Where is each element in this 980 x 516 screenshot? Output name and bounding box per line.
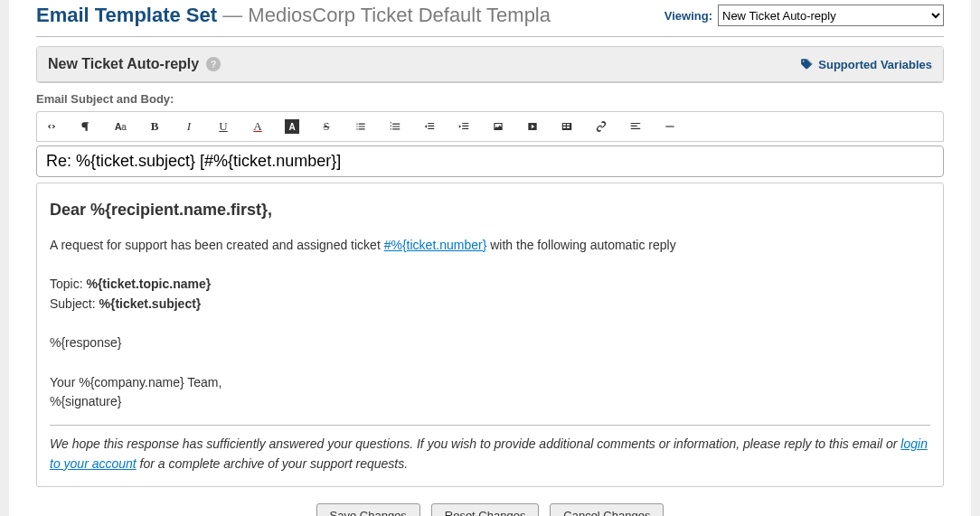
image-icon[interactable] [491, 119, 505, 134]
page-header: Email Template Set — MediosCorp Ticket D… [36, 0, 944, 27]
outdent-icon[interactable] [422, 119, 437, 134]
code-view-icon[interactable] [44, 119, 59, 134]
panel-header: New Ticket Auto-reply ? Supported Variab… [37, 47, 943, 82]
divider [36, 36, 944, 37]
fontsize-icon[interactable]: Aa [113, 119, 127, 134]
paragraph-icon[interactable] [79, 119, 93, 134]
signoff-2: %{signature} [50, 392, 930, 412]
align-icon[interactable] [628, 119, 643, 134]
editor-toolbar: Aa B I U A A S [36, 111, 944, 142]
supported-variables-link[interactable]: Supported Variables [800, 58, 932, 71]
button-row: Save Changes Reset Changes Cancel Change… [36, 503, 944, 516]
underline-icon[interactable]: U [216, 119, 231, 134]
subject-input[interactable] [36, 145, 944, 177]
title-dash: — [222, 4, 242, 26]
response-placeholder: %{response} [50, 333, 930, 353]
panel-title-wrap: New Ticket Auto-reply ? [48, 56, 221, 72]
subject-line: Subject: %{ticket.subject} [50, 295, 930, 314]
textcolor-icon[interactable]: A [250, 119, 265, 134]
topic-line: Topic: %{ticket.topic.name} [50, 275, 930, 295]
tags-icon [800, 58, 813, 70]
title-subtitle: MediosCorp Ticket Default Templa [248, 4, 551, 26]
supported-variables-label: Supported Variables [818, 58, 932, 71]
bold-icon[interactable]: B [147, 119, 162, 134]
viewing-select[interactable]: New Ticket Auto-reply [718, 5, 944, 26]
template-panel: New Ticket Auto-reply ? Supported Variab… [36, 46, 944, 83]
page-title: Email Template Set — MediosCorp Ticket D… [36, 4, 551, 27]
italic-icon[interactable]: I [182, 119, 196, 134]
section-label: Email Subject and Body: [36, 92, 944, 106]
body-editor[interactable]: Dear %{recipient.name.first}, A request … [36, 183, 944, 487]
help-icon[interactable]: ? [206, 57, 221, 71]
panel-title: New Ticket Auto-reply [48, 56, 199, 72]
viewing-selector: Viewing: New Ticket Auto-reply [664, 5, 944, 26]
hr-icon[interactable] [663, 119, 677, 134]
footer-note: We hope this response has sufficiently a… [50, 435, 930, 474]
greeting: Dear %{recipient.name.first}, [50, 198, 930, 223]
viewing-label: Viewing: [664, 9, 712, 23]
strike-icon[interactable]: S [319, 119, 334, 134]
cancel-button[interactable]: Cancel Changes [550, 503, 664, 516]
ol-icon[interactable] [388, 119, 402, 134]
ul-icon[interactable] [353, 119, 368, 134]
save-button[interactable]: Save Changes [316, 503, 420, 516]
signoff-1: Your %{company.name} Team, [50, 373, 930, 393]
table-icon[interactable] [560, 119, 574, 134]
reset-button[interactable]: Reset Changes [431, 503, 540, 516]
body-line1: A request for support has been created a… [50, 236, 930, 256]
bgcolor-icon[interactable]: A [285, 119, 299, 134]
video-icon[interactable] [525, 119, 540, 134]
link-icon[interactable] [594, 119, 608, 134]
body-divider [50, 425, 930, 426]
title-link[interactable]: Email Template Set [36, 4, 217, 26]
indent-icon[interactable] [457, 119, 471, 134]
ticket-number-link[interactable]: #%{ticket.number} [384, 238, 487, 252]
